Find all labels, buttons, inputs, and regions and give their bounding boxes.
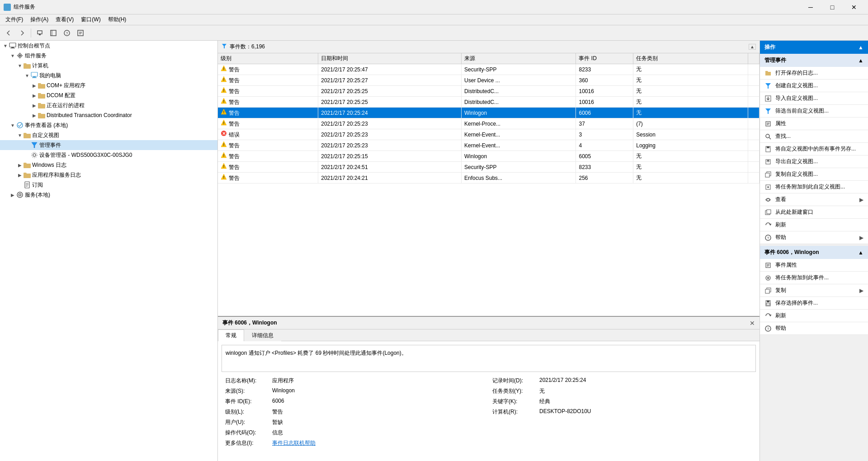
tree-toggle[interactable]: ▶ [31, 82, 38, 89]
action-label: 从此处新建窗口 [775, 208, 813, 216]
action-copy-custom-view[interactable]: 复制自定义视图... [760, 168, 868, 181]
tree-label: 我的电脑 [39, 72, 61, 80]
action-attach-task[interactable]: 将任务附加到此自定义视图... [760, 181, 868, 193]
table-row[interactable]: !警告 2021/2/17 20:24:51 Security-SPP 8233… [218, 162, 760, 173]
help-toolbar-button[interactable]: ? [61, 27, 73, 39]
action-copy-event[interactable]: 复制 ▶ [760, 284, 868, 297]
action-refresh[interactable]: 刷新 [760, 219, 868, 231]
col-datetime[interactable]: 日期和时间 [318, 53, 462, 64]
tree-item-admin-events[interactable]: ▶ 管理事件 [0, 140, 217, 150]
tree-item-custom-views[interactable]: ▼ 自定义视图 [0, 130, 217, 140]
table-row[interactable]: !警告 2021/2/17 20:24:21 Enfocus Subs... 2… [218, 173, 760, 183]
tree-item-com[interactable]: ▶ COM+ 应用程序 [0, 80, 217, 90]
tree-toggle[interactable]: ▶ [16, 171, 24, 179]
tree-label: 计算机 [32, 62, 48, 70]
tree-item-services[interactable]: ▶ 服务(本地) [0, 190, 217, 200]
properties-button[interactable] [75, 27, 86, 39]
tree-toggle[interactable]: ▼ [9, 52, 16, 59]
tree-item-mypc[interactable]: ▼ 我的电脑 [0, 71, 217, 80]
field-source: 来源(S): Winlogon [222, 386, 489, 396]
svg-text:!: ! [223, 99, 225, 103]
table-row[interactable]: !警告 2021/2/17 20:25:25 DistributedC... 1… [218, 86, 760, 97]
tab-detail[interactable]: 详细信息 [244, 329, 281, 341]
props-icon [764, 262, 772, 269]
svg-marker-55 [765, 83, 771, 89]
table-row[interactable]: !警告 2021/2/17 20:25:25 DistributedC... 1… [218, 97, 760, 108]
tree-item-component-services[interactable]: ▼ 组件服务 [0, 51, 217, 61]
tree-toggle[interactable]: ▼ [16, 62, 24, 69]
action-save-all-events[interactable]: 将自定义视图中的所有事件另存... [760, 143, 868, 155]
forward-button[interactable] [16, 27, 28, 39]
action-attach-task-event[interactable]: 将任务附加到此事件... [760, 272, 868, 284]
maximize-button[interactable]: □ [822, 0, 843, 14]
action-help-event[interactable]: ? 帮助 [760, 322, 868, 335]
tree-item-dtc[interactable]: ▶ Distributed Transaction Coordinator [0, 110, 217, 120]
tree-item-running-processes[interactable]: ▶ 正在运行的进程 [0, 100, 217, 110]
action-filter-current-view[interactable]: 筛选当前自定义视图... [760, 105, 868, 118]
tree-toggle[interactable]: ▼ [24, 72, 31, 79]
detail-close-button[interactable]: ✕ [750, 320, 755, 327]
table-row[interactable]: ✕错误 2021/2/17 20:25:23 Kernel-Event... 3… [218, 129, 760, 140]
table-row[interactable]: !警告 2021/2/17 20:25:27 User Device ... 3… [218, 75, 760, 86]
table-row[interactable]: !警告 2021/2/17 20:25:23 Kernel-Proce... 3… [218, 118, 760, 129]
action-new-window[interactable]: 从此处新建窗口 [760, 206, 868, 219]
up-button[interactable] [34, 27, 46, 39]
tree-toggle[interactable]: ▼ [2, 42, 9, 49]
tree-toggle[interactable]: ▶ [16, 161, 24, 169]
table-row[interactable]: !警告 2021/2/17 20:25:24 Winlogon 6006 无 [218, 108, 760, 118]
tree-toggle[interactable]: ▼ [9, 122, 16, 129]
tree-item-windows-log[interactable]: ▶ Windows 日志 [0, 160, 217, 170]
action-export-custom-view[interactable]: 导出自定义视图... [760, 155, 868, 168]
table-row[interactable]: !警告 2021/2/17 20:25:23 Kernel-Event... 4… [218, 140, 760, 151]
tree-item-app-service-log[interactable]: ▶ 应用程序和服务日志 [0, 170, 217, 180]
action-view[interactable]: 查看 ▶ [760, 193, 868, 206]
table-row[interactable]: !警告 2021/2/17 20:25:15 Winlogon 6005 无 [218, 151, 760, 162]
svg-line-64 [769, 137, 771, 139]
col-category[interactable]: 任务类别 [633, 53, 748, 64]
action-save-selected[interactable]: 保存选择的事件... [760, 297, 868, 310]
action-event-properties[interactable]: 事件属性 [760, 259, 868, 272]
action-find[interactable]: 查找... [760, 130, 868, 143]
col-level[interactable]: 级别 [218, 53, 318, 64]
action-help[interactable]: ? 帮助 ▶ [760, 231, 868, 244]
table-row[interactable]: !警告 2021/2/17 20:25:47 Security-SPP 8233… [218, 64, 760, 75]
menu-file[interactable]: 文件(F) [2, 15, 27, 24]
scroll-up-btn[interactable]: ▲ [749, 44, 756, 50]
tree-toggle[interactable]: ▶ [31, 102, 38, 109]
tree-toggle[interactable]: ▶ [9, 191, 16, 198]
tab-general[interactable]: 常规 [218, 329, 244, 341]
tree-item-dcom[interactable]: ▶ DCOM 配置 [0, 90, 217, 100]
action-open-saved-log[interactable]: 打开保存的日志... [760, 67, 868, 80]
show-hide-button[interactable] [47, 27, 59, 39]
field-eventid: 事件 ID(E): 6006 [222, 396, 489, 407]
field-value: 2021/2/17 20:25:24 [539, 377, 586, 383]
svg-text:?: ? [767, 236, 769, 240]
col-source[interactable]: 来源 [462, 53, 576, 64]
tree-toggle[interactable]: ▶ [31, 112, 38, 119]
action-section-header-manage[interactable]: 管理事件 ▲ [760, 54, 868, 67]
minimize-button[interactable]: ─ [800, 0, 821, 14]
menu-action[interactable]: 操作(A) [27, 15, 52, 24]
action-section-header-event[interactable]: 事件 6006，Winlogon ▲ [760, 246, 868, 259]
close-button[interactable]: ✕ [844, 0, 864, 14]
tree-toggle[interactable]: ▶ [31, 92, 38, 99]
tree-toggle[interactable]: ▼ [16, 132, 24, 139]
menu-help[interactable]: 帮助(H) [104, 15, 130, 24]
tree-item-event-viewer[interactable]: ▼ 事件查看器 (本地) [0, 120, 217, 130]
tree-item-subscription[interactable]: ▶ 订阅 [0, 180, 217, 190]
col-eventid[interactable]: 事件 ID [576, 53, 633, 64]
action-import-custom-view[interactable]: 导入自定义视图... [760, 92, 868, 105]
back-button[interactable] [3, 27, 14, 39]
menu-view[interactable]: 查看(V) [52, 15, 77, 24]
action-refresh-event[interactable]: 刷新 [760, 310, 868, 322]
event-list-header: 事件数：6,196 ▲ [218, 41, 760, 53]
action-create-custom-view[interactable]: 创建自定义视图... [760, 80, 868, 92]
submenu-arrow: ▶ [859, 287, 863, 294]
tree-item-device-manager[interactable]: ▶ 设备管理器 - WDS500G3X0C-00SJG0 [0, 150, 217, 160]
tree-item-computer[interactable]: ▼ 计算机 [0, 61, 217, 71]
action-properties[interactable]: 属性 [760, 118, 868, 130]
action-section-header-main[interactable]: 操作 ▲ [760, 41, 868, 54]
field-value-link[interactable]: 事件日志联机帮助 [272, 439, 316, 447]
menu-window[interactable]: 窗口(W) [77, 15, 104, 24]
tree-item-root[interactable]: ▼ 控制台根节点 [0, 41, 217, 51]
